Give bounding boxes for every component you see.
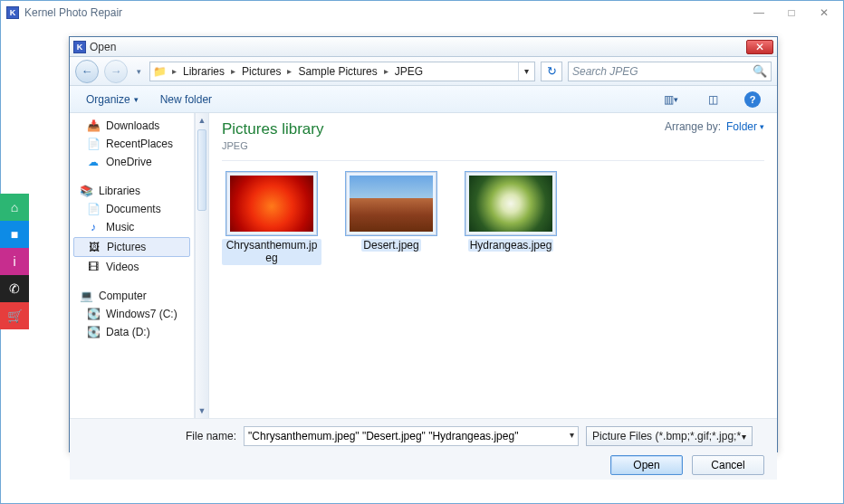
toolbar: Organize ▾ New folder ▥ ▾ ◫ ? [70, 86, 777, 113]
tree-item-icon: ♪ [86, 221, 101, 233]
content-heading: Pictures library [222, 120, 323, 138]
tree-item-icon: 💽 [86, 326, 101, 338]
file-type-filter[interactable]: Picture Files (*.bmp;*.gif;*.jpg;* ▾ [586, 426, 753, 446]
thumbnail-image [226, 172, 317, 235]
tree-item-label: Downloads [106, 119, 159, 132]
folder-tree[interactable]: 📥Downloads📄RecentPlaces☁OneDrive📚Librari… [70, 113, 195, 418]
open-dialog: K Open ✕ ← → ▾ 📁 ▸ Libraries ▸ Pictures … [69, 36, 778, 452]
phone-icon[interactable]: ✆ [0, 275, 29, 302]
camera-icon[interactable]: ■ [0, 221, 29, 248]
dialog-close-button[interactable]: ✕ [746, 40, 773, 54]
tree-item-icon: 💽 [86, 308, 101, 320]
crumb-libraries[interactable]: Libraries [180, 62, 227, 81]
arrange-by-dropdown[interactable]: Folder ▾ [726, 120, 764, 133]
app-logo-icon: K [6, 6, 19, 19]
tree-item-icon: 🎞 [86, 261, 101, 273]
app-close-button[interactable]: ✕ [810, 5, 838, 21]
tree-item-icon: 💻 [79, 290, 93, 302]
tree-item[interactable]: 🖼Pictures [73, 237, 190, 257]
tree-item[interactable]: 🎞Videos [70, 258, 194, 276]
chevron-down-icon: ▾ [760, 122, 764, 131]
history-dropdown[interactable]: ▾ [133, 62, 144, 81]
tree-item[interactable]: 📄RecentPlaces [70, 135, 194, 153]
tree-item[interactable]: ♪Music [70, 218, 194, 236]
tree-item[interactable]: 💽Windows7 (C:) [70, 305, 194, 323]
tree-item-icon: 📥 [86, 119, 101, 132]
tree-item[interactable]: 📄Documents [70, 200, 194, 218]
forward-button[interactable]: → [104, 60, 128, 83]
help-icon[interactable]: ? [744, 91, 761, 108]
back-button[interactable]: ← [75, 60, 99, 83]
filename-field[interactable]: ▾ [244, 426, 579, 446]
crumb-pictures[interactable]: Pictures [239, 62, 283, 81]
new-folder-button[interactable]: New folder [160, 93, 212, 106]
tree-item-label: Documents [106, 203, 161, 215]
filename-input[interactable] [248, 430, 574, 442]
tree-item-label: Music [106, 221, 134, 233]
side-dock: ⌂■i✆🛒 [0, 194, 29, 329]
thumbnail-grid: Chrysanthemum.jpegDesert.jpegHydrangeas.… [222, 170, 764, 265]
cart-icon[interactable]: 🛒 [0, 302, 29, 329]
tree-item[interactable]: 💽Data (D:) [70, 323, 194, 341]
search-input[interactable] [572, 65, 749, 78]
tree-item[interactable]: 💻Computer [70, 287, 194, 305]
tree-item-icon: 📚 [79, 185, 93, 197]
search-icon[interactable]: 🔍 [753, 64, 767, 78]
file-thumbnail[interactable]: Chrysanthemum.jpeg [222, 172, 321, 265]
organize-button[interactable]: Organize ▾ [86, 93, 139, 106]
cancel-button[interactable]: Cancel [692, 455, 764, 475]
view-mode-button[interactable]: ▥ ▾ [661, 91, 681, 108]
scroll-down-icon[interactable]: ▼ [196, 404, 208, 418]
content-subheading: JPEG [222, 140, 323, 151]
tree-scrollbar[interactable]: ▲ ▼ [195, 113, 209, 418]
file-thumbnail[interactable]: Desert.jpeg [341, 172, 441, 265]
open-button[interactable]: Open [610, 455, 683, 475]
chevron-down-icon: ▾ [742, 432, 746, 442]
preview-pane-button[interactable]: ◫ [703, 91, 723, 108]
file-list-pane: Pictures library JPEG Arrange by: Folder… [209, 113, 777, 418]
scroll-up-icon[interactable]: ▲ [196, 113, 208, 128]
tree-item-label: Data (D:) [106, 326, 150, 338]
tree-item-icon: 📄 [86, 203, 101, 215]
tree-item-label: Computer [99, 290, 147, 302]
folder-icon: 📁 [150, 65, 168, 78]
tree-item[interactable]: 📚Libraries [70, 182, 194, 200]
tree-item[interactable]: 📥Downloads [70, 117, 194, 135]
dialog-logo-icon: K [73, 41, 86, 53]
minimize-button[interactable]: — [745, 5, 772, 21]
dialog-footer: File name: ▾ Picture Files (*.bmp;*.gif;… [70, 418, 777, 480]
arrange-by: Arrange by: Folder ▾ [665, 120, 764, 133]
app-titlebar: K Kernel Photo Repair — □ ✕ [1, 1, 843, 24]
info-icon[interactable]: i [0, 248, 29, 275]
filename-dropdown[interactable]: ▾ [570, 430, 574, 440]
tree-item-label: Libraries [99, 185, 140, 197]
tree-item-label: Pictures [107, 241, 146, 253]
tree-item-icon: 🖼 [87, 241, 101, 253]
crumb-jpeg[interactable]: JPEG [392, 62, 426, 81]
thumbnail-caption: Hydrangeas.jpeg [468, 239, 554, 252]
scroll-thumb[interactable] [197, 129, 206, 211]
breadcrumb-dropdown[interactable]: ▾ [518, 62, 534, 81]
crumb-sample[interactable]: Sample Pictures [295, 62, 379, 81]
tree-item-icon: 📄 [86, 138, 101, 150]
file-thumbnail[interactable]: Hydrangeas.jpeg [461, 172, 561, 265]
dialog-titlebar: K Open ✕ [70, 37, 777, 57]
search-box[interactable]: 🔍 [568, 62, 772, 81]
refresh-button[interactable]: ↻ [541, 62, 562, 81]
app-title: Kernel Photo Repair [24, 6, 122, 19]
thumbnail-caption: Chrysanthemum.jpeg [222, 239, 321, 265]
thumbnail-caption: Desert.jpeg [361, 239, 420, 252]
dialog-title: Open [90, 41, 116, 53]
breadcrumb[interactable]: 📁 ▸ Libraries ▸ Pictures ▸ Sample Pictur… [149, 62, 535, 81]
tree-item[interactable]: ☁OneDrive [70, 153, 194, 171]
filename-label: File name: [186, 430, 236, 442]
thumbnail-image [465, 172, 556, 235]
dialog-body: 📥Downloads📄RecentPlaces☁OneDrive📚Librari… [70, 113, 777, 418]
thumbnail-image [346, 172, 436, 235]
home-icon[interactable]: ⌂ [0, 194, 29, 221]
tree-item-label: Windows7 (C:) [106, 308, 177, 320]
maximize-button[interactable]: □ [778, 5, 805, 21]
tree-item-label: RecentPlaces [106, 138, 173, 150]
nav-row: ← → ▾ 📁 ▸ Libraries ▸ Pictures ▸ Sample … [70, 57, 777, 86]
chevron-down-icon: ▾ [134, 95, 139, 104]
